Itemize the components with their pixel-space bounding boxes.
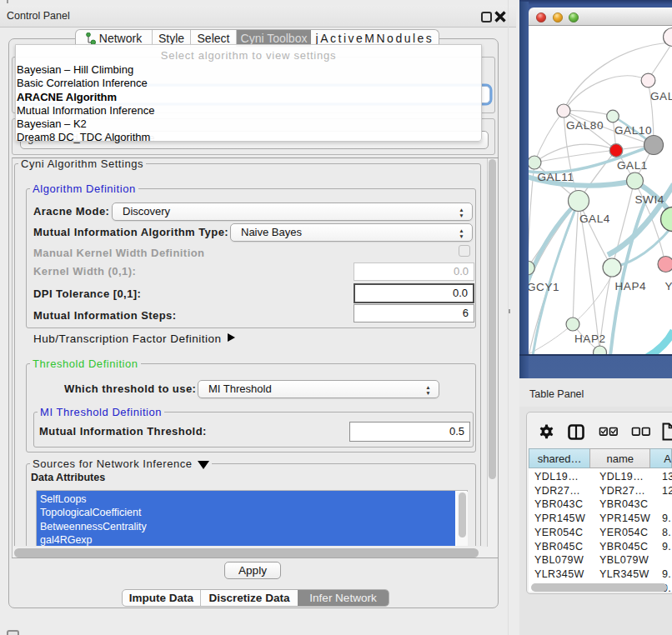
svg-text:SWI4: SWI4: [635, 193, 664, 206]
svg-text:HAP4: HAP4: [615, 280, 647, 292]
svg-text:GAL80: GAL80: [566, 119, 604, 132]
svg-text:GAL1: GAL1: [617, 159, 648, 172]
svg-text:GAL: GAL: [650, 90, 672, 102]
svg-text:GAL10: GAL10: [614, 124, 652, 137]
svg-text:GAL11: GAL11: [538, 171, 574, 183]
svg-text:HAP2: HAP2: [574, 332, 606, 345]
svg-text:GCY1: GCY1: [529, 281, 559, 293]
svg-text:GAL4: GAL4: [579, 212, 610, 225]
svg-text:Y: Y: [665, 280, 672, 292]
